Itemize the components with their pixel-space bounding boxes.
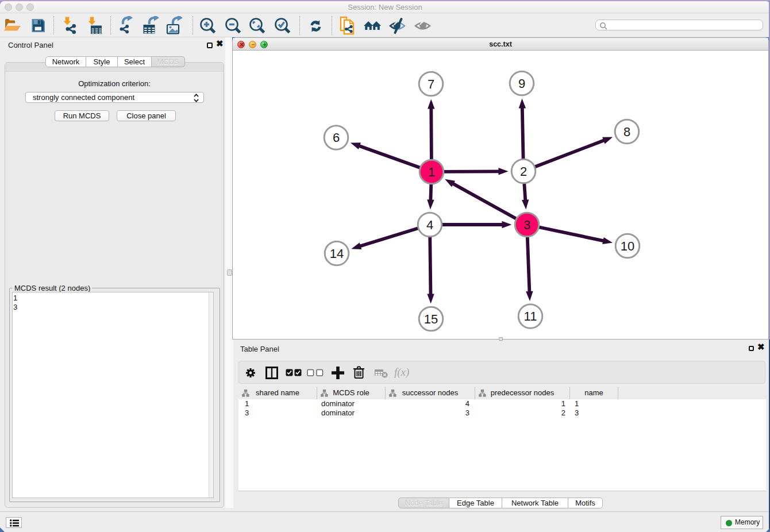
svg-text:10: 10 bbox=[621, 239, 634, 253]
svg-text:6: 6 bbox=[333, 130, 340, 145]
svg-text:f(x): f(x) bbox=[394, 367, 409, 379]
svg-text:15: 15 bbox=[424, 312, 438, 326]
svg-text:2: 2 bbox=[520, 164, 527, 179]
svg-text:14: 14 bbox=[330, 246, 344, 261]
svg-text:8: 8 bbox=[623, 125, 630, 139]
svg-text:9: 9 bbox=[518, 76, 525, 91]
svg-text:7: 7 bbox=[428, 77, 434, 91]
svg-text:11: 11 bbox=[524, 309, 537, 323]
svg-text:3: 3 bbox=[523, 218, 530, 232]
svg-text:1: 1 bbox=[428, 165, 435, 179]
svg-text:4: 4 bbox=[426, 218, 433, 232]
